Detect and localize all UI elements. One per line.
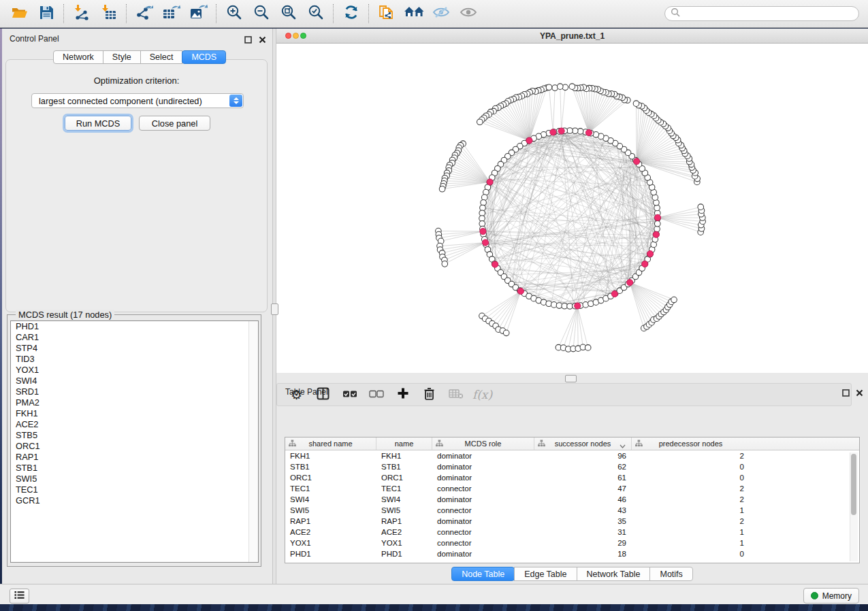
tab-node-table[interactable]: Node Table: [451, 567, 515, 581]
zoom-in-button[interactable]: [221, 2, 248, 25]
mcds-result-item[interactable]: TEC1: [11, 484, 258, 495]
criterion-dropdown[interactable]: largest connected component (undirected): [31, 93, 244, 108]
tab-network-table[interactable]: Network Table: [577, 567, 651, 581]
close-panel-icon[interactable]: [855, 388, 864, 397]
mcds-result-item[interactable]: ACE2: [11, 419, 258, 430]
network-window-titlebar[interactable]: YPA_prune.txt_1: [276, 29, 868, 44]
close-panel-button[interactable]: Close panel: [139, 116, 210, 131]
mcds-result-item[interactable]: PMA2: [11, 397, 258, 408]
select-all-button[interactable]: [337, 384, 362, 405]
network-canvas[interactable]: [276, 44, 868, 373]
mcds-result-item[interactable]: ORC1: [11, 441, 258, 452]
column-header-shared-name[interactable]: shared name: [285, 437, 376, 450]
desktop-wallpaper: [0, 604, 868, 611]
mcds-result-item[interactable]: YOX1: [11, 365, 258, 376]
table-cell: connector: [432, 539, 534, 547]
table-body: FKH1FKH1dominator962STB1STB1dominator620…: [285, 450, 859, 559]
sitemap-icon: [635, 440, 643, 448]
task-history-button[interactable]: [10, 589, 29, 604]
mcds-result-item[interactable]: STP4: [11, 343, 258, 354]
houses-icon: [404, 5, 424, 22]
mcds-list-scrollbar[interactable]: [248, 321, 258, 562]
mcds-result-item[interactable]: GCR1: [11, 495, 258, 506]
table-cell: 61: [534, 474, 632, 482]
delete-table-button[interactable]: [443, 384, 468, 405]
mcds-result-item[interactable]: SRD1: [11, 386, 258, 397]
mcds-result-item[interactable]: STB5: [11, 430, 258, 441]
toolbar-separator: [333, 4, 334, 23]
export-table-button[interactable]: [158, 2, 185, 25]
zoom-out-button[interactable]: [248, 2, 275, 25]
mcds-result-item[interactable]: STB1: [11, 463, 258, 474]
import-table-button[interactable]: [95, 2, 123, 25]
table-scrollbar[interactable]: [850, 452, 858, 561]
table-row[interactable]: YOX1YOX1connector291: [285, 538, 859, 548]
add-column-button[interactable]: [390, 384, 415, 405]
duplicate-network-button[interactable]: [373, 2, 400, 25]
table-row[interactable]: PHD1PHD1dominator180: [285, 548, 859, 559]
table-cell: STB1: [376, 463, 432, 471]
column-header-name[interactable]: name: [376, 437, 432, 450]
mcds-result-list[interactable]: PHD1CAR1STP4TID3YOX1SWI4SRD1PMA2FKH1ACE2…: [10, 320, 259, 563]
search-field[interactable]: [664, 6, 859, 21]
node-table[interactable]: shared name name MCDS role successor nod…: [285, 437, 860, 563]
import-table-icon: [101, 4, 117, 23]
tab-motifs[interactable]: Motifs: [649, 567, 692, 581]
memory-button[interactable]: Memory: [803, 588, 859, 604]
table-cell: 35: [534, 517, 632, 525]
table-row[interactable]: STB1STB1dominator620: [285, 461, 859, 472]
table-row[interactable]: SWI4SWI4dominator462: [285, 494, 859, 505]
tab-select[interactable]: Select: [140, 50, 183, 64]
table-cell: 2: [632, 517, 750, 525]
scrollbar-thumb[interactable]: [851, 454, 856, 515]
mcds-result-item[interactable]: CAR1: [11, 332, 258, 343]
run-mcds-button[interactable]: Run MCDS: [65, 116, 131, 131]
search-icon: [671, 7, 680, 20]
hide-selected-button[interactable]: [428, 2, 455, 25]
table-row[interactable]: TEC1TEC1connector472: [285, 483, 859, 494]
deselect-all-button[interactable]: [364, 384, 389, 405]
show-all-button[interactable]: [455, 2, 482, 25]
function-builder-button[interactable]: f(x): [470, 384, 495, 405]
save-session-button[interactable]: [33, 2, 60, 25]
task-list-icon: [14, 590, 25, 602]
tab-network[interactable]: Network: [53, 50, 103, 64]
search-input[interactable]: [684, 8, 858, 19]
float-panel-icon[interactable]: [244, 35, 253, 44]
mcds-tab-content: Optimization criterion: largest connecte…: [5, 59, 268, 312]
zoom-fit-button[interactable]: [275, 2, 302, 25]
table-row[interactable]: SWI5SWI5connector431: [285, 505, 859, 516]
horizontal-splitter-handle[interactable]: [565, 375, 577, 382]
mcds-result-item[interactable]: PHD1: [11, 321, 258, 332]
table-row[interactable]: ORC1ORC1dominator610: [285, 472, 859, 483]
mcds-result-item[interactable]: TID3: [11, 354, 258, 365]
table-cell: 2: [632, 452, 750, 460]
refresh-button[interactable]: [338, 2, 365, 25]
table-cell: YOX1: [376, 539, 432, 547]
export-network-button[interactable]: [131, 2, 158, 25]
table-row[interactable]: ACE2ACE2connector311: [285, 527, 859, 538]
import-network-button[interactable]: [68, 2, 95, 25]
table-row[interactable]: FKH1FKH1dominator962: [285, 450, 859, 461]
table-row[interactable]: RAP1RAP1dominator352: [285, 516, 859, 527]
mcds-result-item[interactable]: SWI4: [11, 376, 258, 386]
tab-style[interactable]: Style: [103, 50, 141, 64]
open-file-button[interactable]: [5, 2, 33, 25]
table-cell: dominator: [432, 495, 534, 503]
export-image-button[interactable]: [185, 2, 212, 25]
float-panel-icon[interactable]: [841, 388, 850, 397]
close-panel-icon[interactable]: [258, 35, 267, 44]
zoom-selected-button[interactable]: [302, 2, 329, 25]
mcds-result-item[interactable]: FKH1: [11, 408, 258, 419]
tab-edge-table[interactable]: Edge Table: [514, 567, 577, 581]
table-cell: 1: [632, 506, 750, 514]
vertical-splitter-handle[interactable]: [271, 303, 278, 315]
mcds-result-item[interactable]: RAP1: [11, 452, 258, 463]
column-header-predecessor-nodes[interactable]: predecessor nodes: [632, 437, 750, 450]
delete-column-button[interactable]: [417, 384, 442, 405]
column-header-mcds-role[interactable]: MCDS role: [432, 437, 534, 450]
first-neighbors-button[interactable]: [400, 2, 428, 25]
tab-mcds[interactable]: MCDS: [182, 50, 226, 64]
column-header-successor-nodes[interactable]: successor nodes: [534, 437, 632, 450]
mcds-result-item[interactable]: SWI5: [11, 474, 258, 484]
